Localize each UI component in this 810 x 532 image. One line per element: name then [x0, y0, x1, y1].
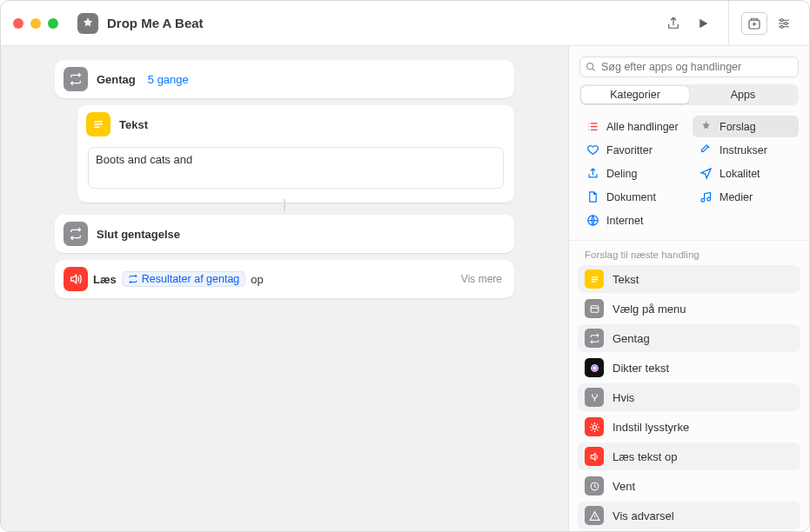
suggestions-header: Forslag til næste handling	[569, 241, 809, 265]
suggestion-item[interactable]: Vælg på menu	[578, 295, 800, 323]
suggestion-label: Dikter tekst	[613, 362, 669, 375]
share-button[interactable]	[660, 12, 686, 35]
cat-label: Forslag	[720, 121, 756, 133]
window: Drop Me A Beat Gentag 5 gange	[0, 0, 810, 532]
suggestion-label: Læs tekst op	[613, 450, 677, 463]
svg-rect-6	[591, 305, 599, 312]
cat-label: Medier	[720, 191, 753, 203]
action-text[interactable]: Tekst	[77, 105, 514, 203]
suggestion-icon	[585, 417, 604, 436]
cat-document[interactable]: Dokument	[579, 186, 686, 208]
suggestion-item[interactable]: Vis advarsel	[578, 502, 800, 529]
suggestion-icon	[585, 476, 604, 495]
end-repeat-label: Slut gentagelse	[97, 228, 180, 241]
suggestion-label: Hvis	[613, 391, 634, 404]
library-button[interactable]	[741, 12, 767, 35]
suggestion-label: Indstil lysstyrke	[613, 421, 689, 434]
suggestions-list: TekstVælg på menuGentagDikter tekstHvisI…	[569, 265, 809, 531]
suggestion-icon	[585, 329, 604, 348]
cat-label: Internet	[606, 215, 643, 227]
repeat-count-token[interactable]: 5 gange	[144, 72, 192, 87]
settings-button[interactable]	[771, 12, 797, 35]
sidebar-tabs: Kategorier Apps	[579, 84, 799, 105]
speak-icon	[64, 267, 88, 291]
search-input[interactable]	[579, 57, 799, 77]
suggestion-icon	[585, 447, 604, 466]
cat-label: Instrukser	[720, 144, 767, 156]
category-grid: Alle handlinger Forslag Favoritter Instr…	[569, 114, 809, 241]
suggestion-label: Tekst	[613, 273, 639, 286]
suggestion-label: Vælg på menu	[613, 303, 686, 316]
speak-label: Læs	[93, 273, 117, 286]
cat-location[interactable]: Lokalitet	[693, 163, 799, 184]
suggestion-label: Vis advarsel	[613, 509, 674, 522]
speak-suffix: op	[251, 273, 263, 286]
svg-point-9	[592, 425, 596, 429]
suggestion-item[interactable]: Dikter tekst	[578, 354, 800, 382]
suggestion-item[interactable]: Læs tekst op	[578, 442, 800, 470]
text-input[interactable]	[88, 147, 504, 189]
minimize-button[interactable]	[30, 18, 41, 29]
suggestion-item[interactable]: Hvis	[578, 383, 800, 411]
window-controls	[13, 18, 58, 29]
cat-label: Dokument	[606, 191, 656, 203]
speak-variable-token[interactable]: Resultater af gentag	[122, 271, 246, 287]
svg-point-3	[780, 25, 783, 28]
svg-point-2	[785, 22, 787, 24]
svg-point-4	[587, 63, 593, 70]
suggestion-icon	[585, 299, 604, 318]
search-icon	[585, 61, 597, 73]
text-icon	[86, 112, 110, 136]
cat-label: Alle handlinger	[606, 121, 679, 133]
speak-variable-label: Resultater af gentag	[142, 273, 240, 285]
tab-categories[interactable]: Kategorier	[581, 86, 689, 103]
text-label: Tekst	[119, 118, 148, 131]
suggestion-item[interactable]: Vent	[578, 472, 800, 500]
close-button[interactable]	[13, 18, 23, 29]
suggestion-item[interactable]: Indstil lysstyrke	[578, 413, 800, 441]
action-repeat[interactable]: Gentag 5 gange	[55, 60, 514, 98]
suggestion-label: Vent	[613, 480, 635, 493]
tab-apps[interactable]: Apps	[689, 86, 797, 103]
show-more-button[interactable]: Vis mere	[461, 273, 505, 285]
cat-suggestions[interactable]: Forslag	[693, 116, 799, 137]
cat-label: Favoritter	[606, 144, 653, 156]
suggestion-icon	[585, 269, 604, 289]
cat-sharing[interactable]: Deling	[579, 163, 686, 184]
suggestion-icon	[585, 506, 604, 525]
repeat-icon	[64, 67, 88, 91]
cat-scripting[interactable]: Instrukser	[693, 139, 799, 161]
titlebar: Drop Me A Beat	[1, 1, 809, 46]
editor-canvas[interactable]: Gentag 5 gange Tekst	[1, 46, 568, 531]
svg-point-1	[780, 18, 783, 21]
cat-label: Deling	[606, 168, 637, 180]
suggestion-icon	[585, 358, 604, 377]
sidebar: Kategorier Apps Alle handlinger Forslag …	[568, 46, 809, 531]
suggestion-icon	[585, 388, 604, 407]
search-field[interactable]	[579, 57, 799, 77]
page-title: Drop Me A Beat	[107, 16, 204, 30]
action-speak[interactable]: Læs Resultater af gentag op Vis mere	[55, 260, 514, 298]
cat-internet[interactable]: Internet	[579, 209, 686, 231]
repeat-label: Gentag	[97, 73, 136, 86]
suggestion-item[interactable]: Gentag	[578, 324, 800, 352]
cat-all-actions[interactable]: Alle handlinger	[579, 116, 686, 137]
suggestion-item[interactable]: Tekst	[578, 265, 800, 293]
action-end-repeat[interactable]: Slut gentagelse	[55, 215, 514, 253]
maximize-button[interactable]	[48, 18, 58, 29]
suggestion-label: Gentag	[613, 332, 650, 345]
divider	[728, 1, 729, 46]
run-button[interactable]	[690, 12, 716, 35]
cat-favorites[interactable]: Favoritter	[579, 139, 686, 161]
connector	[284, 199, 285, 211]
shortcut-icon	[77, 13, 98, 34]
cat-media[interactable]: Medier	[693, 186, 799, 208]
cat-label: Lokalitet	[720, 168, 760, 180]
body: Gentag 5 gange Tekst	[1, 46, 809, 531]
repeat-icon	[64, 222, 88, 246]
